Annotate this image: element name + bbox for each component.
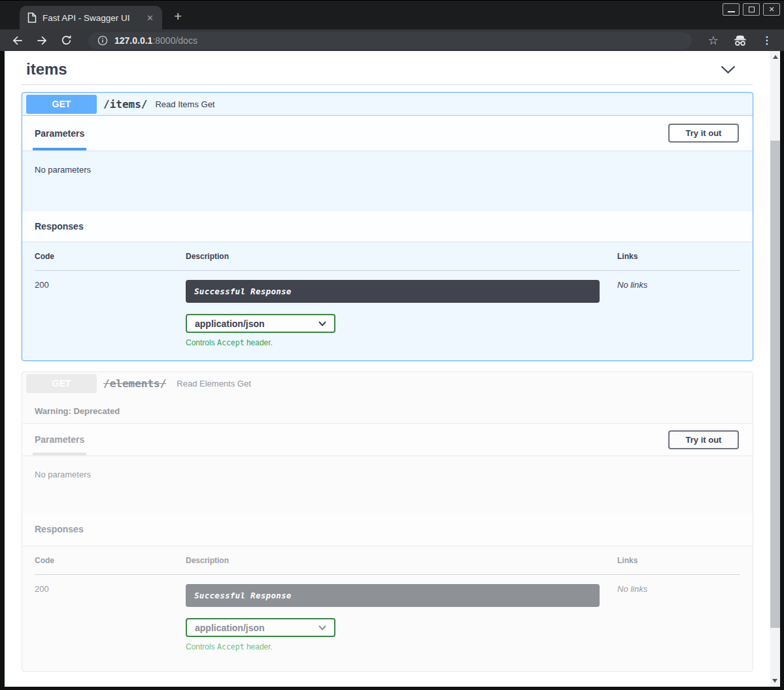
select-chevron-icon — [318, 321, 326, 326]
deprecated-warning: Warning: Deprecated — [22, 395, 753, 424]
accept-header-note: Controls Accept header. — [186, 338, 617, 347]
no-parameters-text: No parameters — [35, 165, 91, 175]
document-icon — [27, 12, 37, 23]
tag-section-header[interactable]: items — [22, 51, 753, 78]
responses-title: Responses — [35, 221, 84, 232]
swagger-page: items GET /items/ Read Items Get — [5, 51, 770, 687]
maximize-button[interactable] — [743, 3, 760, 16]
accept-header-note: Controls Accept header. — [186, 642, 617, 651]
scrollbar-thumb[interactable] — [770, 141, 780, 628]
forward-button[interactable] — [35, 33, 49, 48]
response-code: 200 — [35, 584, 186, 651]
col-code-header: Code — [35, 252, 186, 261]
responses-body: Code Description Links 200 Successful Re… — [22, 241, 753, 360]
response-description-cell: Successful Response application/json Con… — [186, 280, 617, 347]
close-button[interactable]: ✕ — [763, 3, 780, 16]
browser-window: Fast API - Swagger UI ✕ + ✕ 127.0.0.1:80… — [0, 0, 784, 690]
media-type-select[interactable]: application/json — [186, 618, 335, 637]
try-it-out-button[interactable]: Try it out — [668, 124, 739, 143]
opblock-summary[interactable]: GET /items/ Read Items Get — [22, 93, 753, 116]
browser-menu-icon[interactable]: ⋮ — [762, 34, 772, 46]
media-type-value: application/json — [195, 623, 265, 633]
method-badge: GET — [26, 374, 97, 393]
site-info-icon[interactable] — [97, 35, 108, 46]
tab-parameters[interactable]: Parameters — [35, 424, 84, 455]
url-bar[interactable]: 127.0.0.1:8000/docs — [88, 32, 692, 49]
col-description-header: Description — [186, 252, 617, 261]
response-row-200: 200 Successful Response application/json… — [35, 575, 740, 651]
window-controls: ✕ — [723, 3, 780, 16]
tab-parameters[interactable]: Parameters — [35, 116, 84, 150]
minimize-button[interactable] — [723, 3, 740, 16]
opblock-get-elements-deprecated: GET /elements/ Read Elements Get Warning… — [22, 371, 753, 672]
col-links-header: Links — [617, 556, 740, 565]
page-viewport: items GET /items/ Read Items Get — [0, 51, 784, 690]
toolbar-right-icons: ☆ ⋮ — [708, 33, 772, 48]
reload-button[interactable] — [59, 33, 73, 48]
parameters-body: No parameters — [22, 150, 753, 211]
responses-table-header: Code Description Links — [35, 252, 740, 271]
try-it-out-button[interactable]: Try it out — [668, 430, 739, 449]
incognito-icon — [733, 35, 747, 46]
response-row-200: 200 Successful Response application/json… — [35, 271, 740, 347]
back-button[interactable] — [10, 33, 25, 48]
new-tab-button[interactable]: + — [174, 9, 182, 24]
response-description-cell: Successful Response application/json Con… — [186, 584, 617, 651]
responses-header: Responses — [22, 513, 753, 545]
browser-tab[interactable]: Fast API - Swagger UI ✕ — [20, 6, 162, 29]
scrollbar-down-icon[interactable] — [772, 679, 777, 683]
parameters-body: No parameters — [22, 455, 753, 513]
maximize-icon — [749, 7, 755, 12]
operation-path: /elements/ — [103, 377, 166, 390]
url-path: :8000/docs — [152, 35, 197, 46]
response-links: No links — [617, 584, 740, 651]
browser-toolbar: 127.0.0.1:8000/docs ☆ ⋮ — [0, 29, 784, 51]
opblock-summary[interactable]: GET /elements/ Read Elements Get — [22, 372, 753, 395]
minimize-icon — [728, 11, 735, 12]
no-parameters-text: No parameters — [35, 470, 91, 479]
tab-strip: Fast API - Swagger UI ✕ + ✕ — [0, 0, 784, 29]
url-host: 127.0.0.1 — [114, 35, 152, 46]
response-description-box: Successful Response — [186, 280, 600, 303]
responses-body: Code Description Links 200 Successful Re… — [22, 545, 753, 671]
tag-title: items — [26, 60, 67, 78]
select-chevron-icon — [318, 625, 326, 630]
vertical-scrollbar[interactable] — [770, 51, 780, 687]
operation-summary-text: Read Elements Get — [177, 379, 250, 388]
col-description-header: Description — [186, 556, 617, 565]
tab-title: Fast API - Swagger UI — [43, 13, 139, 23]
parameters-header: Parameters Try it out — [22, 116, 753, 150]
response-description-box: Successful Response — [186, 584, 600, 607]
operation-summary-text: Read Items Get — [155, 99, 214, 109]
url-text[interactable]: 127.0.0.1:8000/docs — [114, 35, 197, 46]
responses-table-header: Code Description Links — [35, 556, 740, 575]
col-links-header: Links — [617, 252, 740, 261]
opblock-get-items: GET /items/ Read Items Get Parameters Tr… — [22, 92, 753, 361]
section-divider — [22, 84, 753, 85]
operation-path: /items/ — [103, 98, 147, 111]
parameters-header: Parameters Try it out — [22, 424, 753, 455]
bookmark-star-icon[interactable]: ☆ — [708, 33, 719, 48]
response-code: 200 — [35, 280, 186, 347]
media-type-value: application/json — [195, 319, 265, 329]
chevron-down-icon[interactable] — [720, 65, 736, 75]
media-type-select[interactable]: application/json — [186, 314, 335, 333]
responses-header: Responses — [22, 211, 753, 241]
responses-title: Responses — [35, 524, 84, 534]
method-badge: GET — [26, 95, 97, 114]
response-links: No links — [617, 280, 740, 347]
scrollbar-up-icon[interactable] — [773, 55, 778, 59]
col-code-header: Code — [35, 556, 186, 565]
tab-close-icon[interactable]: ✕ — [145, 13, 156, 23]
